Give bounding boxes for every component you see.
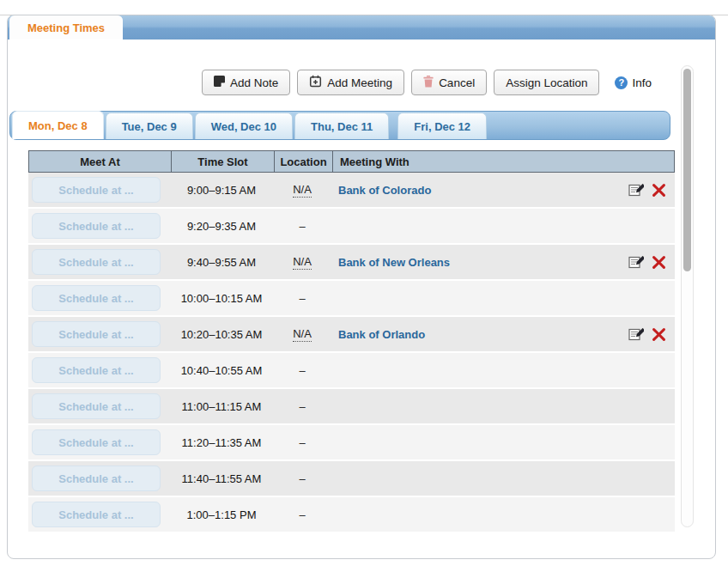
assign-location-label: Assign Location	[506, 76, 587, 89]
time-slot: 11:20–11:35 AM	[170, 425, 273, 459]
delete-x-icon[interactable]	[652, 184, 666, 197]
location-value: –	[299, 436, 305, 449]
day-tab-wed-dec-10[interactable]: Wed, Dec 10	[195, 113, 293, 139]
table-row: Schedule at ... 9:40–9:55 AM N/A Bank of…	[28, 245, 675, 281]
time-slot: 10:00–10:15 AM	[170, 281, 273, 315]
delete-x-icon[interactable]	[652, 328, 666, 341]
help-icon: ?	[615, 76, 628, 89]
day-tab-fri-dec-12[interactable]: Fri, Dec 12	[397, 113, 487, 139]
time-slot: 9:00–9:15 AM	[170, 173, 273, 207]
location-value: –	[299, 220, 305, 233]
meeting-times-screen: Meeting Times Add Note Add Meeting Cance…	[0, 0, 728, 572]
day-tabbar: Mon, Dec 8 Tue, Dec 9 Wed, Dec 10 Thu, D…	[9, 111, 670, 140]
trash-icon	[423, 76, 434, 90]
meeting-with-link[interactable]: Bank of New Orleans	[338, 256, 450, 269]
day-tab-thu-dec-11[interactable]: Thu, Dec 11	[294, 113, 389, 139]
calendar-plus-icon	[309, 75, 322, 90]
location-value: –	[299, 400, 305, 413]
schedule-at-button[interactable]: Schedule at ...	[32, 285, 161, 311]
add-meeting-button[interactable]: Add Meeting	[297, 70, 404, 95]
cancel-label: Cancel	[439, 76, 475, 89]
schedule-at-button[interactable]: Schedule at ...	[32, 213, 161, 239]
tab-meeting-times[interactable]: Meeting Times	[9, 15, 123, 40]
table-row: Schedule at ... 11:00–11:15 AM –	[28, 389, 675, 425]
table-row: Schedule at ... 1:00–1:15 PM –	[28, 497, 675, 533]
location-value: –	[299, 292, 305, 305]
scrollbar-thumb[interactable]	[683, 69, 691, 271]
schedule-at-button[interactable]: Schedule at ...	[32, 393, 161, 419]
time-slot: 1:00–1:15 PM	[170, 497, 273, 532]
add-meeting-label: Add Meeting	[327, 76, 392, 89]
day-tab-tue-dec-9[interactable]: Tue, Dec 9	[106, 113, 193, 139]
location-value[interactable]: N/A	[293, 183, 312, 198]
info-link[interactable]: ? Info	[615, 76, 652, 89]
add-note-button[interactable]: Add Note	[202, 70, 290, 95]
time-slot: 11:40–11:55 AM	[170, 461, 273, 496]
meeting-with-link[interactable]: Bank of Colorado	[338, 184, 431, 197]
schedule-at-button[interactable]: Schedule at ...	[32, 502, 161, 527]
cancel-button[interactable]: Cancel	[411, 70, 487, 95]
time-slot: 10:20–10:35 AM	[170, 317, 273, 351]
schedule-at-button[interactable]: Schedule at ...	[32, 466, 161, 491]
table-header: Meet At Time Slot Location Meeting With	[28, 150, 675, 173]
location-value[interactable]: N/A	[293, 327, 312, 342]
location-value[interactable]: N/A	[293, 255, 312, 270]
schedule-at-button[interactable]: Schedule at ...	[32, 177, 161, 203]
note-icon	[214, 76, 225, 89]
location-value: –	[299, 472, 305, 485]
info-label: Info	[632, 76, 652, 89]
column-header-time-slot: Time Slot	[171, 151, 274, 172]
schedule-at-button[interactable]: Schedule at ...	[32, 321, 161, 347]
time-slot: 11:00–11:15 AM	[170, 389, 273, 423]
table-row: Schedule at ... 11:40–11:55 AM –	[28, 461, 675, 497]
table-row: Schedule at ... 10:00–10:15 AM –	[28, 281, 675, 317]
day-tab-mon-dec-8[interactable]: Mon, Dec 8	[12, 111, 104, 139]
schedule-table: Meet At Time Slot Location Meeting With …	[28, 150, 675, 533]
main-tabstrip: Meeting Times	[8, 15, 715, 40]
table-row: Schedule at ... 10:40–10:55 AM –	[28, 353, 675, 389]
edit-note-icon[interactable]	[628, 255, 644, 269]
table-row: Schedule at ... 9:20–9:35 AM –	[28, 209, 675, 245]
toolbar: Add Note Add Meeting Cancel Assign Locat…	[202, 70, 652, 95]
edit-note-icon[interactable]	[628, 327, 644, 341]
table-row: Schedule at ... 10:20–10:35 AM N/A Bank …	[28, 317, 675, 353]
table-row: Schedule at ... 9:00–9:15 AM N/A Bank of…	[28, 173, 675, 209]
schedule-at-button[interactable]: Schedule at ...	[32, 429, 161, 455]
column-header-meet-at: Meet At	[29, 151, 171, 172]
schedule-at-button[interactable]: Schedule at ...	[32, 357, 161, 383]
table-row: Schedule at ... 11:20–11:35 AM –	[28, 425, 675, 461]
content-panel: Meeting Times Add Note Add Meeting Cance…	[7, 15, 716, 559]
delete-x-icon[interactable]	[652, 256, 666, 269]
edit-note-icon[interactable]	[628, 183, 644, 197]
column-header-location: Location	[274, 151, 332, 172]
location-value: –	[299, 508, 305, 521]
schedule-at-button[interactable]: Schedule at ...	[32, 249, 161, 275]
assign-location-button[interactable]: Assign Location	[494, 70, 599, 95]
column-header-meeting-with: Meeting With	[332, 151, 674, 172]
meeting-with-link[interactable]: Bank of Orlando	[338, 328, 425, 341]
vertical-scrollbar[interactable]	[681, 65, 694, 527]
time-slot: 10:40–10:55 AM	[170, 353, 273, 387]
time-slot: 9:40–9:55 AM	[170, 245, 273, 279]
time-slot: 9:20–9:35 AM	[170, 209, 273, 243]
location-value: –	[299, 364, 305, 377]
add-note-label: Add Note	[230, 76, 278, 89]
